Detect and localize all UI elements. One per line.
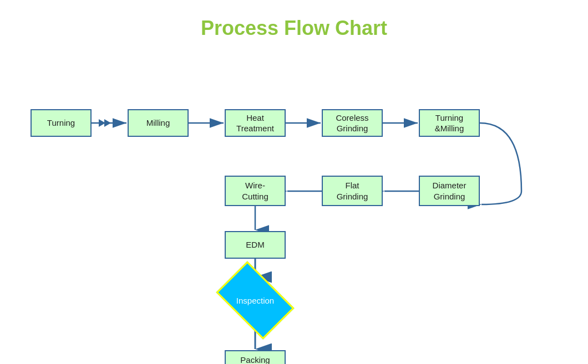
box-edm: EDM bbox=[225, 231, 286, 259]
flow-chart: Turning Milling Heat Treatment Coreless … bbox=[0, 57, 588, 364]
box-wire-cutting: Wire- Cutting bbox=[225, 176, 286, 206]
svg-marker-13 bbox=[99, 119, 105, 127]
box-packing: Packing &shipping bbox=[225, 350, 286, 364]
box-turning: Turning bbox=[31, 109, 92, 137]
box-coreless-grinding: Coreless Grinding bbox=[322, 109, 383, 137]
arrows-svg bbox=[0, 57, 588, 364]
svg-marker-14 bbox=[104, 119, 111, 127]
box-milling: Milling bbox=[128, 109, 189, 137]
box-inspection: Inspection bbox=[222, 278, 288, 322]
box-flat-grinding: Flat Grinding bbox=[322, 176, 383, 206]
box-heat-treatment: Heat Treatment bbox=[225, 109, 286, 137]
page-title: Process Flow Chart bbox=[0, 0, 588, 40]
box-turning-milling: Turning &Milling bbox=[419, 109, 480, 137]
box-diameter-grinding: Diameter Grinding bbox=[419, 176, 480, 206]
